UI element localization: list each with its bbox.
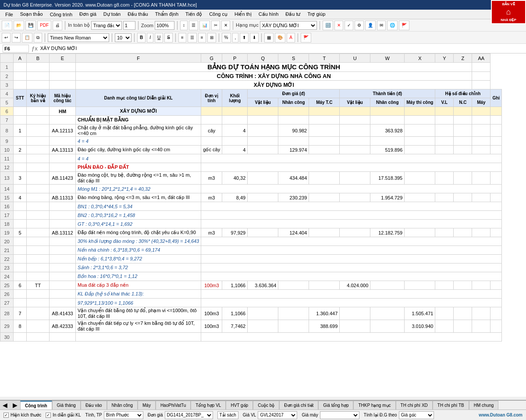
r19-dg-vl[interactable] — [248, 228, 278, 237]
r29-f[interactable]: Vận chuyển đất tiếp cự ly <=7 km bằng ôt… — [76, 320, 201, 333]
tb-abc[interactable]: 🔡 — [323, 21, 333, 30]
r21-a[interactable] — [14, 246, 27, 255]
r26-a[interactable] — [14, 290, 27, 299]
r25-ghi[interactable] — [490, 281, 502, 290]
tb-print-settings[interactable]: 🖨 — [53, 21, 62, 30]
r7-w[interactable] — [370, 116, 405, 125]
r7-u[interactable] — [340, 116, 370, 125]
cell-ref-input[interactable]: F6 — [3, 45, 29, 53]
r13-ghi[interactable] — [490, 172, 502, 185]
r9-a[interactable] — [14, 137, 27, 146]
menu-dau-thau[interactable]: Đầu thầu — [124, 11, 151, 18]
r8-tt-may[interactable] — [405, 125, 435, 137]
r26-e[interactable] — [50, 290, 76, 299]
r29-y[interactable] — [435, 320, 454, 333]
r10-dg-nc[interactable]: 129.974 — [278, 146, 309, 154]
r6-dg-nc[interactable] — [278, 107, 309, 116]
r13-tt-may[interactable] — [405, 172, 435, 185]
r12-f[interactable]: PHẦN ĐÀO - ĐẮP ĐẤT — [76, 163, 201, 172]
tb-paste[interactable]: 📋 — [22, 33, 32, 43]
r9-b[interactable] — [27, 137, 50, 146]
r30-e[interactable] — [50, 333, 76, 342]
r13-dg-may[interactable] — [309, 172, 340, 185]
r30-rest[interactable] — [201, 333, 502, 342]
r29-aa[interactable] — [472, 320, 490, 333]
r28-dg-may[interactable]: 1.360.447 — [309, 307, 340, 320]
r3-e[interactable] — [50, 81, 76, 89]
r24-e[interactable] — [50, 272, 76, 281]
strikethrough-button[interactable]: S — [164, 33, 173, 43]
r23-f[interactable]: Sảnh : 2*3,1*0,6 = 3,72 — [76, 263, 201, 272]
r16-b[interactable] — [27, 202, 50, 211]
r24-b[interactable] — [27, 272, 50, 281]
r11-f[interactable]: 4 = 4 — [76, 154, 201, 163]
r14-f[interactable]: Móng M1 : 20*1,2*1,2*1,4 = 40,32 — [76, 185, 201, 193]
r15-dv[interactable]: m3 — [201, 193, 222, 202]
r2-a[interactable] — [14, 72, 27, 81]
r15-ky[interactable] — [27, 193, 50, 202]
r23-rest[interactable] — [201, 263, 502, 272]
r27-a[interactable] — [14, 299, 27, 307]
r19-tt-vl[interactable] — [340, 228, 370, 237]
r29-tt-may[interactable]: 3.010.940 — [405, 320, 435, 333]
r14-e[interactable] — [50, 185, 76, 193]
tb-settings[interactable]: ⚙ — [355, 21, 364, 30]
r19-stt[interactable]: 5 — [14, 228, 27, 237]
r6-danh-muc[interactable]: XÂY DỰNG MỚI — [76, 107, 201, 116]
r7-ghi[interactable] — [490, 116, 502, 125]
r8-ky[interactable] — [27, 125, 50, 137]
r21-b[interactable] — [27, 246, 50, 255]
r21-rest[interactable] — [201, 246, 502, 255]
r15-dg-nc[interactable]: 230.239 — [278, 193, 309, 202]
r30-b[interactable] — [27, 333, 50, 342]
r7-b[interactable] — [27, 116, 50, 125]
r25-y[interactable] — [435, 281, 454, 290]
r13-z[interactable] — [454, 172, 472, 185]
r18-a[interactable] — [14, 220, 27, 228]
r9-p[interactable] — [222, 137, 248, 146]
r28-y[interactable] — [435, 307, 454, 320]
underline-button[interactable]: U — [155, 33, 163, 43]
r25-f[interactable]: Mua đất cấp 3 đắp nền — [76, 281, 201, 290]
menu-file[interactable]: File — [2, 11, 17, 18]
r11-rest[interactable] — [201, 154, 502, 163]
r28-aa[interactable] — [472, 307, 490, 320]
r23-e[interactable] — [50, 263, 76, 272]
sheet-subtitle[interactable]: CÔNG TRÌNH : XÂY DỰNG NHÀ CÔNG AN — [76, 72, 472, 81]
r18-b[interactable] — [27, 220, 50, 228]
r13-aa[interactable] — [472, 172, 490, 185]
r7-q[interactable] — [248, 116, 278, 125]
r15-f[interactable]: Đào móng băng, rộng <=3 m, sâu <=1 m, đấ… — [76, 193, 201, 202]
tb-open[interactable]: 📂 — [14, 21, 24, 30]
r29-stt[interactable]: 8 — [14, 320, 27, 333]
tb-del[interactable]: ✕ — [221, 21, 230, 30]
r10-ma[interactable]: AA.13113 — [50, 146, 76, 154]
r29-kl[interactable]: 7,7462 — [222, 320, 248, 333]
sheet-section[interactable]: XÂY DỰNG MỚI — [76, 81, 472, 89]
r7-aa[interactable] — [472, 116, 490, 125]
menu-tien-do[interactable]: Tiến độ — [182, 11, 206, 18]
r25-dg-vl[interactable]: 3.636.364 — [248, 281, 278, 290]
r6-tt-may[interactable] — [405, 107, 435, 116]
r2-e[interactable] — [50, 72, 76, 81]
italic-button[interactable]: I — [147, 33, 153, 43]
r6-stt[interactable] — [14, 107, 27, 116]
tb-tick[interactable]: ✓ — [345, 21, 353, 30]
r15-tt-may[interactable] — [405, 193, 435, 202]
percent-btn[interactable]: % — [222, 33, 231, 43]
r15-ghi[interactable] — [490, 193, 502, 202]
r22-a[interactable] — [14, 255, 27, 263]
r10-y[interactable] — [435, 146, 454, 154]
r10-aa[interactable] — [472, 146, 490, 154]
r6-tt-nc[interactable] — [370, 107, 405, 116]
r7-p[interactable] — [222, 116, 248, 125]
r24-f[interactable]: Bồn hoa : 16*0,7*0,1 = 1,12 — [76, 272, 201, 281]
r20-e[interactable] — [50, 237, 76, 246]
r20-rest[interactable] — [201, 237, 502, 246]
r14-a[interactable] — [14, 185, 27, 193]
r20-a[interactable] — [14, 237, 27, 246]
r7-t[interactable] — [309, 116, 340, 125]
r29-dg-may[interactable]: 388.699 — [309, 320, 340, 333]
r12-a[interactable] — [14, 163, 27, 172]
r13-y[interactable] — [435, 172, 454, 185]
